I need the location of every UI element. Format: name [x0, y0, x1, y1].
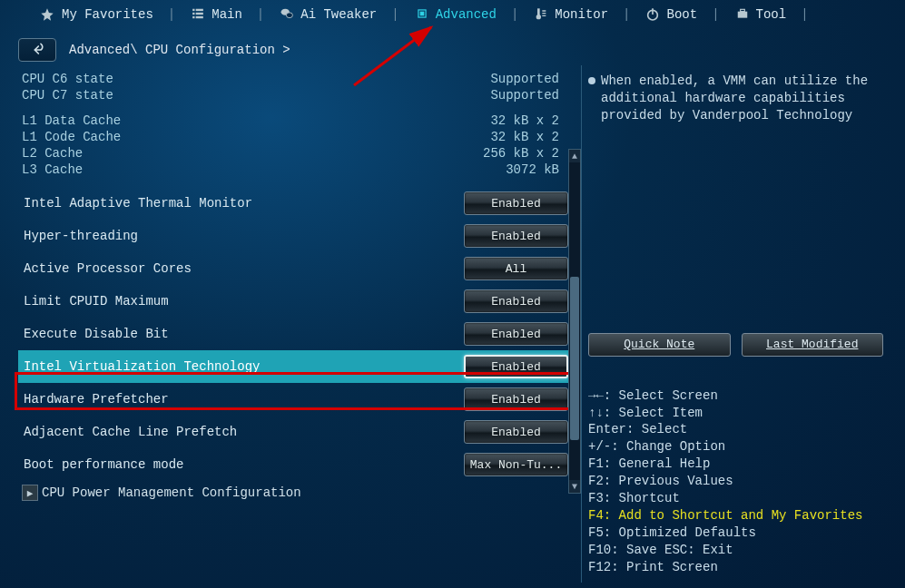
setting-thermal[interactable]: Intel Adaptive Thermal Monitor Enabled [18, 187, 572, 220]
list-icon [190, 7, 206, 22]
setting-boot-perf[interactable]: Boot performance mode Max Non-Tu... [18, 448, 572, 481]
info-row: L3 Cache3072 kB [18, 162, 572, 178]
info-row: L2 Cache256 kB x 2 [18, 145, 572, 162]
setting-hyperthreading[interactable]: Hyper-threading Enabled [18, 220, 572, 252]
chip-icon [414, 7, 430, 22]
nav-separator: | [509, 7, 520, 22]
quick-note-button[interactable]: Quick Note [588, 333, 731, 357]
settings-panel: CPU C6 stateSupported CPU C7 stateSuppor… [18, 71, 572, 583]
nav-boot[interactable]: Boot [633, 0, 711, 29]
setting-label: Execute Disable Bit [22, 327, 169, 341]
dropdown-aclp[interactable]: Enabled [464, 420, 568, 444]
shortcut-line: ↑↓: Select Item [588, 405, 883, 422]
nav-ai-tweaker[interactable]: Ai Tweaker [266, 0, 389, 29]
vertical-divider [581, 65, 582, 583]
last-modified-button[interactable]: Last Modified [742, 333, 884, 357]
help-text: When enabled, a VMM can utilize the addi… [601, 73, 883, 124]
shortcut-line: F3: Shortcut [588, 490, 883, 507]
toolbox-icon [734, 7, 751, 22]
shortcut-line: F2: Previous Values [588, 473, 883, 490]
info-row: L1 Code Cache32 kB x 2 [18, 129, 572, 145]
nav-label: Advanced [436, 7, 497, 22]
scrollbar-thumb[interactable] [570, 277, 579, 440]
back-arrow-icon [25, 43, 49, 57]
setting-label: Adjacent Cache Line Prefetch [22, 425, 237, 439]
nav-separator: | [621, 7, 632, 22]
setting-cpuid[interactable]: Limit CPUID Maximum Enabled [18, 285, 572, 318]
svg-rect-11 [537, 8, 540, 15]
nav-tool[interactable]: Tool [722, 0, 800, 29]
shortcut-line: F5: Optimized Defaults [588, 524, 883, 542]
nav-separator: | [389, 7, 400, 22]
chat-icon [279, 7, 295, 22]
scrollbar[interactable]: ▲ ▼ [568, 149, 581, 494]
nav-separator: | [255, 7, 266, 22]
dropdown-xd[interactable]: Enabled [464, 322, 568, 346]
nav-label: Monitor [555, 7, 608, 22]
setting-cores[interactable]: Active Processor Cores All [18, 252, 572, 285]
help-panel: When enabled, a VMM can utilize the addi… [572, 71, 892, 583]
nav-label: My Favorites [62, 7, 153, 22]
nav-separator: | [166, 7, 177, 22]
setting-execute-disable[interactable]: Execute Disable Bit Enabled [18, 318, 572, 350]
breadcrumb: Advanced\ CPU Configuration > [0, 29, 905, 67]
svg-rect-2 [192, 13, 194, 15]
setting-hw-prefetcher[interactable]: Hardware Prefetcher Enabled [18, 383, 572, 416]
shortcut-line: F1: General Help [588, 456, 883, 473]
setting-adjacent-cache[interactable]: Adjacent Cache Line Prefetch Enabled [18, 416, 572, 448]
scroll-up-icon[interactable]: ▲ [569, 150, 580, 162]
svg-rect-4 [192, 16, 194, 18]
dropdown-bootperf[interactable]: Max Non-Tu... [464, 453, 568, 476]
shortcut-list: →←: Select Screen ↑↓: Select Item Enter:… [588, 387, 883, 576]
info-row: CPU C7 stateSupported [18, 87, 572, 103]
nav-separator: | [710, 7, 721, 22]
info-row: L1 Data Cache32 kB x 2 [18, 113, 572, 129]
svg-point-7 [287, 13, 293, 18]
nav-label: Main [211, 7, 242, 22]
setting-label: Hardware Prefetcher [22, 392, 169, 407]
back-button[interactable] [18, 38, 56, 62]
dropdown-cores[interactable]: All [464, 257, 568, 280]
info-row: CPU C6 stateSupported [18, 71, 572, 87]
svg-rect-14 [737, 12, 747, 18]
submenu-cpu-power[interactable]: ▶ CPU Power Management Configuration [18, 481, 572, 501]
nav-monitor[interactable]: Monitor [520, 0, 621, 29]
shortcut-line: F4: Add to Shortcut and My Favorites [588, 507, 883, 524]
breadcrumb-text: Advanced\ CPU Configuration > [69, 43, 290, 57]
nav-main[interactable]: Main [177, 0, 255, 29]
shortcut-line: F10: Save ESC: Exit [588, 542, 883, 559]
star-icon [40, 7, 56, 22]
svg-rect-3 [196, 13, 203, 15]
nav-favorites[interactable]: My Favorites [27, 0, 166, 29]
nav-separator: | [799, 7, 810, 22]
nav-label: Ai Tweaker [300, 7, 377, 22]
shortcut-line: →←: Select Screen [588, 387, 883, 405]
shortcut-line: Enter: Select [588, 421, 883, 438]
svg-rect-9 [420, 12, 424, 15]
setting-label: Intel Adaptive Thermal Monitor [22, 196, 252, 211]
setting-label: Limit CPUID Maximum [22, 294, 169, 309]
thermometer-icon [533, 7, 549, 22]
svg-rect-5 [196, 16, 203, 18]
setting-label: Hyper-threading [22, 229, 138, 243]
shortcut-line: F12: Print Screen [588, 559, 883, 576]
svg-rect-15 [740, 9, 744, 11]
dropdown-cpuid[interactable]: Enabled [464, 289, 568, 313]
nav-label: Boot [667, 7, 698, 22]
svg-rect-1 [196, 9, 203, 11]
dropdown-vt[interactable]: Enabled [464, 355, 568, 378]
setting-label: Intel Virtualization Technology [22, 359, 260, 374]
shortcut-line: +/-: Change Option [588, 438, 883, 456]
chevron-right-icon: ▶ [22, 485, 38, 501]
power-icon [645, 7, 662, 22]
submenu-label: CPU Power Management Configuration [42, 485, 301, 500]
dropdown-thermal[interactable]: Enabled [464, 191, 568, 215]
nav-label: Tool [756, 7, 787, 22]
scroll-down-icon[interactable]: ▼ [569, 480, 580, 493]
setting-virtualization[interactable]: Intel Virtualization Technology Enabled [18, 350, 572, 383]
top-nav: My Favorites | Main | Ai Tweaker | Advan… [0, 0, 905, 29]
nav-advanced[interactable]: Advanced [401, 0, 509, 29]
bullet-icon [588, 77, 595, 84]
dropdown-ht[interactable]: Enabled [464, 224, 568, 248]
dropdown-hwpf[interactable]: Enabled [464, 387, 568, 411]
